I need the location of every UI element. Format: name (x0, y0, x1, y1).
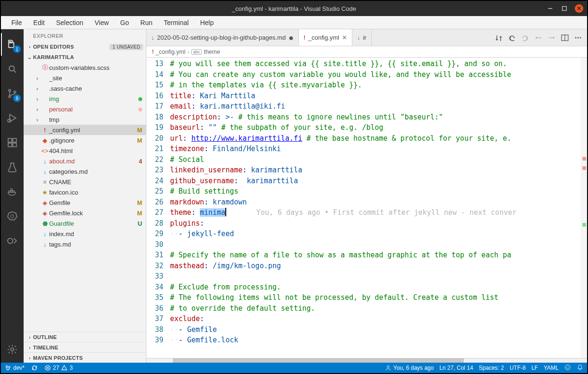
activity-run-debug[interactable] (1, 107, 24, 129)
titlebar: _config.yml - karimarttila - Visual Stud… (1, 1, 587, 16)
section-timeline[interactable]: ›TIMELINE (24, 342, 146, 352)
status-bar: dev* 27 3 You, 6 days ago Ln 27, Col 14 … (1, 363, 587, 373)
file-gemfile-lock[interactable]: ◈Gemfile.lockM (24, 208, 146, 218)
file-guardfile[interactable]: ⬣GuardfileU (24, 218, 146, 229)
activity-docker[interactable] (1, 180, 24, 203)
sass-icon: ⓢ (41, 63, 49, 72)
md-icon: ↓ (41, 168, 49, 175)
maximize-button[interactable] (561, 5, 568, 12)
activity-explorer[interactable]: 1 (1, 33, 24, 56)
horizontal-scroll-thumb[interactable] (173, 358, 464, 363)
git-blame[interactable]: You, 6 days ago (385, 365, 434, 371)
breadcrumb-file: _config.yml (155, 49, 185, 55)
eol[interactable]: LF (531, 365, 538, 371)
svg-rect-0 (562, 7, 567, 11)
language-mode[interactable]: YAML (544, 365, 559, 371)
section-maven-projects[interactable]: ›MAVEN PROJECTS (24, 352, 146, 363)
scm-status (135, 106, 142, 113)
minimize-button[interactable] (546, 5, 554, 12)
code-content[interactable]: # you will see them accessed via {{ site… (170, 58, 587, 358)
menubar: FileEditSelectionViewGoRunTerminalHelp (1, 16, 587, 29)
file-about-md[interactable]: ↓about.md4 (24, 156, 146, 166)
repo-section[interactable]: ⌄ KARIMARTTILA (24, 52, 146, 62)
activity-bar: 18 (1, 29, 24, 363)
activity-testing[interactable] (1, 156, 24, 178)
menu-view[interactable]: View (90, 17, 113, 28)
open-editors-section[interactable]: › OPEN EDITORS 1 UNSAVED (24, 42, 146, 52)
code-line (170, 271, 587, 282)
next-dim-icon[interactable] (547, 34, 556, 42)
activity-extensions[interactable] (1, 131, 24, 154)
code-line: # to override the default setting. (170, 303, 587, 314)
file-categories-md[interactable]: ↓categories.md (24, 166, 146, 177)
redo-dim-icon[interactable] (521, 34, 529, 42)
menu-file[interactable]: File (7, 17, 27, 28)
file-404-html[interactable]: <>404.html (24, 145, 146, 156)
notifications-icon[interactable] (577, 364, 583, 372)
activity-live-share[interactable] (1, 230, 24, 252)
file-label: custom-variables.scss (49, 64, 135, 71)
horizontal-scrollbar[interactable] (146, 358, 587, 363)
line-number: 16 (146, 91, 163, 102)
split-icon[interactable] (561, 34, 569, 42)
activity-search[interactable] (1, 58, 24, 80)
indentation[interactable]: Spaces: 2 (479, 365, 504, 371)
minimap[interactable] (580, 58, 587, 358)
menu-selection[interactable]: Selection (51, 17, 88, 28)
status-dot-icon (138, 108, 142, 111)
git-compare-icon[interactable] (494, 34, 503, 42)
prev-dim-icon[interactable] (534, 34, 543, 42)
code-line: github_username: karimarttila (170, 176, 587, 187)
menu-help[interactable]: Help (196, 17, 219, 28)
folder--site[interactable]: ›_site (24, 73, 146, 83)
file--config-yml[interactable]: !_config.ymlM (24, 125, 146, 135)
section-outline[interactable]: ›OUTLINE (24, 332, 146, 342)
menu-go[interactable]: Go (115, 17, 134, 28)
cursor-position[interactable]: Ln 27, Col 14 (439, 365, 473, 371)
tab-2020-05-02-setting-up-blog-in-github-pages-md[interactable]: ↓2020-05-02-setting-up-blog-in-github-pa… (146, 29, 299, 46)
file-gemfile[interactable]: ◈GemfileM (24, 197, 146, 208)
more-icon[interactable] (574, 34, 582, 42)
spacer (34, 210, 41, 217)
file-label: _site (49, 75, 135, 82)
code-line: title: Kari Marttila (170, 91, 587, 102)
close-button[interactable]: ✕ (575, 4, 583, 13)
git-branch[interactable]: dev* (5, 365, 25, 371)
file-index-md[interactable]: ↓index.md (24, 229, 146, 239)
star-icon: ★ (41, 189, 49, 196)
menu-run[interactable]: Run (136, 17, 157, 28)
line-number: 38 (146, 324, 163, 335)
undo-icon[interactable] (508, 34, 516, 42)
file-tags-md[interactable]: ↓tags.md (24, 239, 146, 249)
svg-point-21 (578, 37, 579, 38)
file-cname[interactable]: ≡CNAME (24, 177, 146, 187)
folder-tmp[interactable]: ›tmp (24, 114, 146, 125)
activity-scm[interactable]: 8 (1, 82, 24, 105)
folder-img[interactable]: ›img (24, 94, 146, 104)
breadcrumb[interactable]: ! _config.yml › abc theme (146, 46, 587, 58)
file--gitignore[interactable]: ◆.gitignoreM (24, 135, 146, 145)
feedback-icon[interactable] (564, 364, 571, 372)
code-line: baseurl: "" # the subpath of your site, … (170, 122, 587, 133)
folder--sass-cache[interactable]: ›.sass-cache (24, 83, 146, 94)
folder-personal[interactable]: ›personal (24, 104, 146, 114)
editor[interactable]: 1314151617181920212223242526272829303132… (146, 58, 587, 358)
line-number: 15 (146, 80, 163, 91)
line-number-gutter: 1314151617181920212223242526272829303132… (146, 58, 170, 358)
code-line: description: >- # this means to ignore n… (170, 112, 587, 123)
close-tab-icon[interactable]: ✕ (342, 34, 347, 41)
branch-name: dev* (13, 365, 25, 371)
file-label: .gitignore (49, 137, 135, 144)
tab--config-yml[interactable]: !_config.yml✕ (299, 29, 352, 46)
menu-terminal[interactable]: Terminal (159, 17, 194, 28)
activity-kubernetes[interactable] (1, 205, 24, 228)
activity-settings[interactable] (1, 338, 24, 361)
problems[interactable]: 27 3 (44, 365, 73, 371)
encoding[interactable]: UTF-8 (510, 365, 526, 371)
tab-ir[interactable]: ↓ir (352, 29, 372, 46)
file-custom-variables-scss[interactable]: ⓢcustom-variables.scss (24, 62, 146, 73)
menu-edit[interactable]: Edit (29, 17, 50, 28)
sync-button[interactable] (31, 365, 38, 371)
file-favicon-ico[interactable]: ★favicon.ico (24, 187, 146, 197)
line-number: 27 (146, 207, 163, 218)
